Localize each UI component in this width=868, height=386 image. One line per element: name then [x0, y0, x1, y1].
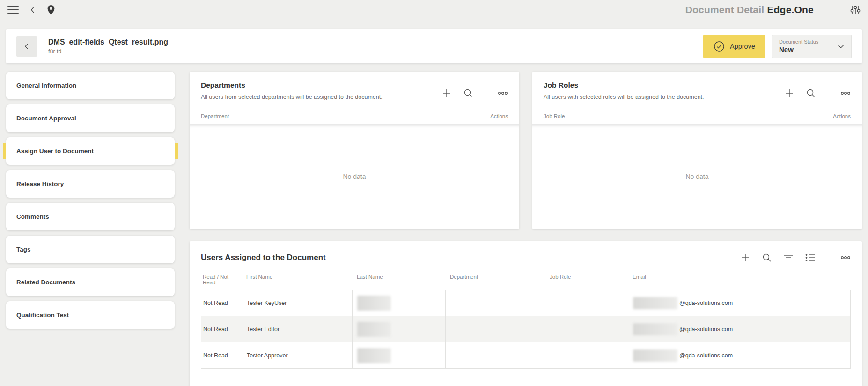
email-domain: @qda-solutions.com: [679, 326, 733, 333]
add-department-icon[interactable]: [442, 89, 451, 98]
email-domain: @qda-solutions.com: [679, 300, 733, 306]
approve-button[interactable]: Approve: [703, 35, 765, 58]
last-name-cell: [353, 290, 446, 316]
top-bar: Document Detail Edge.One: [0, 0, 868, 20]
read-status-cell: Not Read: [201, 316, 242, 342]
column-header-read-status: Read / Not Read: [201, 274, 242, 290]
job-role-cell: [545, 342, 628, 368]
column-header-department: Department: [445, 274, 545, 290]
column-header-department: Department: [201, 113, 229, 119]
job-roles-empty-state: No data: [532, 124, 862, 229]
departments-description: All users from selected departments will…: [201, 94, 383, 100]
filter-icon[interactable]: [784, 254, 793, 261]
redacted-email-local: [633, 349, 677, 362]
divider: [485, 86, 485, 100]
sidebar-item-label: Qualification Test: [16, 312, 69, 319]
add-job-role-icon[interactable]: [785, 89, 794, 98]
more-options-icon[interactable]: [840, 256, 851, 260]
users-table: Read / Not Read First Name Last Name Dep…: [201, 274, 851, 369]
sidebar-item-label: General Information: [16, 82, 76, 89]
redacted-last-name: [357, 348, 391, 363]
document-status-dropdown[interactable]: Document Status New: [772, 35, 852, 58]
search-icon[interactable]: [463, 89, 473, 98]
sidebar-item-document-approval[interactable]: Document Approval: [6, 104, 175, 132]
column-header-job-role: Job Role: [545, 274, 628, 290]
first-name-cell: Tester Editor: [242, 316, 353, 342]
read-status-cell: Not Read: [201, 290, 242, 316]
document-subtitle: für td: [48, 48, 168, 55]
sidebar-item-label: Related Documents: [16, 279, 75, 286]
add-user-icon[interactable]: [741, 253, 750, 262]
menu-icon[interactable]: [7, 4, 19, 16]
divider: [828, 86, 828, 100]
table-row[interactable]: Not Read Tester Approver @qda-solutions.…: [201, 342, 851, 369]
document-header: DMS_edit-fields_Qtest_result.png für td …: [6, 29, 862, 63]
first-name-cell: Tester Approver: [242, 342, 353, 368]
sidebar-item-label: Tags: [16, 246, 31, 253]
settings-sliders-icon[interactable]: [850, 4, 861, 15]
redacted-email-local: [633, 297, 677, 309]
column-header-email: Email: [628, 274, 851, 290]
approve-button-label: Approve: [730, 43, 755, 50]
job-roles-description: All users with selected roles will be as…: [544, 94, 704, 100]
sidebar-item-related-documents[interactable]: Related Documents: [6, 268, 175, 296]
list-view-icon[interactable]: [805, 253, 816, 262]
sidebar-item-assign-user-to-document[interactable]: Assign User to Document: [6, 137, 175, 165]
users-table-header: Read / Not Read First Name Last Name Dep…: [201, 274, 851, 290]
divider: [828, 251, 828, 265]
email-cell: @qda-solutions.com: [628, 290, 851, 316]
more-options-icon[interactable]: [840, 91, 851, 95]
column-header-actions: Actions: [833, 113, 851, 119]
page-title: Document Detail Edge.One: [685, 4, 814, 15]
users-panel-title: Users Assigned to the Document: [201, 253, 326, 262]
column-header-last-name: Last Name: [352, 274, 445, 290]
sidebar-item-release-history[interactable]: Release History: [6, 170, 175, 198]
column-header-job-role: Job Role: [544, 113, 565, 119]
redacted-email-local: [633, 323, 677, 335]
first-name-cell: Tester KeyUser: [242, 290, 353, 316]
email-domain: @qda-solutions.com: [679, 352, 733, 359]
back-button[interactable]: [16, 36, 37, 57]
job-role-cell: [545, 316, 628, 342]
department-cell: [446, 342, 545, 368]
table-row[interactable]: Not Read Tester KeyUser @qda-solutions.c…: [201, 290, 851, 316]
chevron-down-icon: [837, 44, 845, 49]
users-assigned-panel: Users Assigned to the Document: [190, 241, 862, 386]
departments-panel: Departments All users from selected depa…: [190, 72, 519, 229]
departments-empty-state: No data: [190, 124, 519, 229]
document-status-label: Document Status: [779, 39, 837, 45]
sidebar-item-comments[interactable]: Comments: [6, 203, 175, 230]
check-circle-icon: [714, 41, 725, 52]
column-header-actions: Actions: [490, 113, 508, 119]
app-brand: Edge.One: [767, 4, 814, 15]
job-roles-panel: Job Roles All users with selected roles …: [532, 72, 862, 229]
redacted-last-name: [357, 296, 391, 311]
sidebar-item-label: Assign User to Document: [16, 148, 94, 155]
table-row[interactable]: Not Read Tester Editor @qda-solutions.co…: [201, 316, 851, 342]
sidebar-item-general-information[interactable]: General Information: [6, 72, 175, 99]
redacted-last-name: [357, 322, 391, 337]
department-cell: [446, 290, 545, 316]
search-icon[interactable]: [806, 89, 816, 98]
more-options-icon[interactable]: [498, 91, 508, 95]
document-status-value: New: [779, 45, 837, 53]
last-name-cell: [353, 342, 446, 368]
document-title: DMS_edit-fields_Qtest_result.png: [48, 38, 168, 46]
sidebar-item-tags[interactable]: Tags: [6, 236, 175, 263]
sidebar-item-label: Comments: [16, 213, 49, 220]
job-role-cell: [545, 290, 628, 316]
sidebar-item-label: Release History: [16, 180, 64, 187]
page-title-secondary: Document Detail: [685, 4, 765, 15]
job-roles-title: Job Roles: [544, 81, 704, 89]
search-icon[interactable]: [762, 253, 772, 262]
location-pin-icon[interactable]: [47, 5, 55, 15]
sidebar-item-qualification-test[interactable]: Qualification Test: [6, 301, 175, 329]
department-cell: [446, 316, 545, 342]
departments-title: Departments: [201, 81, 383, 89]
sidebar-item-label: Document Approval: [16, 115, 76, 122]
email-cell: @qda-solutions.com: [628, 342, 851, 368]
email-cell: @qda-solutions.com: [628, 316, 851, 342]
back-chevron-icon[interactable]: [30, 6, 36, 14]
column-header-first-name: First Name: [242, 274, 352, 290]
sidebar: General Information Document Approval As…: [6, 72, 175, 386]
